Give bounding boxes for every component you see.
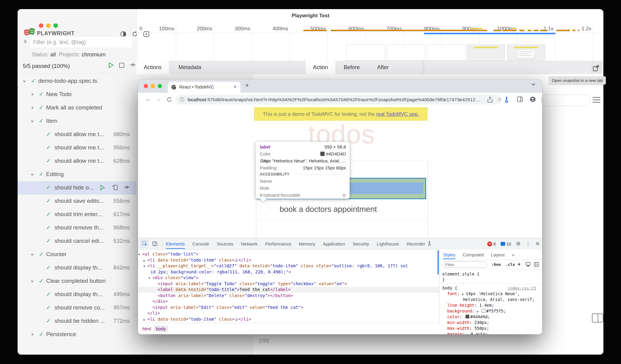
- traffic-light-close[interactable]: [39, 23, 43, 28]
- run-test-icon[interactable]: [99, 184, 106, 192]
- tree-item-should-hide-o-[interactable]: ✓should hide o...: [18, 181, 136, 195]
- film-strip-thumbnail[interactable]: [387, 45, 425, 61]
- tree-item-should-save-edits-[interactable]: ✓should save edits...556ms: [18, 195, 136, 208]
- status-row[interactable]: Status: all Projects: chromium: [32, 52, 106, 58]
- snapshot-menu-icon[interactable]: [592, 97, 600, 104]
- styles-filter-input[interactable]: [442, 261, 487, 268]
- tab-search-chevron-icon[interactable]: [531, 82, 536, 88]
- film-strip-thumbnail[interactable]: [346, 45, 385, 61]
- tree-item-should-remove-co-[interactable]: ✓should remove co...957ms: [18, 301, 136, 315]
- new-style-rule-icon[interactable]: +: [518, 261, 521, 267]
- elements-tree[interactable]: ▼<ul class="todo-list">▶<li data-testid=…: [138, 249, 439, 323]
- css-source-link[interactable]: index.css:23: [508, 285, 536, 291]
- devtools-tab-lighthouse[interactable]: Lighthouse: [377, 239, 399, 249]
- site-info-icon[interactable]: ⓘ: [180, 97, 184, 102]
- tree-item-clear-completed-button[interactable]: ✓Clear completed button: [18, 275, 136, 288]
- tree-chevron-icon[interactable]: [30, 105, 34, 111]
- tab-after[interactable]: After: [368, 61, 398, 74]
- chrome-zoom[interactable]: [158, 84, 162, 88]
- collapsed-children-badge[interactable]: …: [234, 258, 239, 262]
- new-tab-icon[interactable]: +: [245, 82, 249, 89]
- devtools-menu-icon[interactable]: ⋮: [525, 241, 531, 247]
- tree-item-should-display-th-[interactable]: ✓should display th...499ms: [18, 288, 136, 301]
- address-bar[interactable]: ⓘ localhost:57046/trace/snapshot.html?r=…: [176, 95, 502, 105]
- dom-tree-line[interactable]: <button aria-label="Delete" class="destr…: [138, 293, 439, 299]
- filter-input[interactable]: [30, 36, 133, 48]
- toggle-checkbox[interactable]: [260, 204, 270, 215]
- tab-actions[interactable]: Actions: [136, 61, 169, 74]
- tree-item-mark-all-as-completed[interactable]: ✓Mark all as completed: [18, 101, 136, 115]
- tree-chevron-icon[interactable]: [22, 79, 26, 84]
- side-panel-icon[interactable]: [517, 96, 523, 103]
- error-badge[interactable]: ✕6: [487, 242, 496, 246]
- dom-tree-line[interactable]: ▼<div class="view">: [138, 275, 439, 281]
- dom-tree-line[interactable]: </li>: [138, 310, 439, 316]
- tab-action[interactable]: Action: [306, 61, 335, 74]
- tree-item-item[interactable]: ✓Item: [18, 115, 136, 128]
- tree-item-should-allow-me-t-[interactable]: ✓should allow me t...628ms: [18, 155, 136, 168]
- stop-icon[interactable]: [119, 62, 125, 70]
- expand-arrow-icon[interactable]: ▶: [143, 258, 145, 264]
- tree-item-persistence[interactable]: ✓Persistence: [18, 328, 136, 341]
- chrome-menu-icon[interactable]: ⋮: [539, 96, 542, 103]
- tree-chevron-icon[interactable]: [30, 92, 34, 98]
- devtools-tab-console[interactable]: Console: [193, 239, 209, 249]
- tree-chevron-icon[interactable]: [30, 119, 34, 124]
- tab-before[interactable]: Before: [335, 61, 368, 74]
- tab-close-icon[interactable]: ✕: [233, 85, 237, 89]
- pseudo-state-toggle[interactable]: :hov: [492, 262, 501, 267]
- forward-icon[interactable]: →: [156, 96, 161, 102]
- tree-chevron-icon[interactable]: [30, 172, 34, 178]
- share-icon[interactable]: [487, 97, 493, 104]
- tree-item-new-todo[interactable]: ✓New Todo: [18, 88, 136, 101]
- devtools-tab-memory[interactable]: Memory: [299, 239, 315, 249]
- film-strip-thumbnail[interactable]: [507, 45, 545, 61]
- dom-tree-line[interactable]: </div>: [138, 299, 439, 305]
- dom-tree-line[interactable]: ▼<li __playwright_target__="call@27" dat…: [138, 263, 439, 269]
- tree-chevron-icon[interactable]: [30, 279, 34, 284]
- styles-tabs-overflow-icon[interactable]: »: [512, 252, 514, 257]
- dom-tree-line[interactable]: ▶<li data-testid="todo-item" class>…</li…: [138, 257, 439, 263]
- dom-tree-line[interactable]: <label data-testid="todo-title">feed the…: [138, 287, 439, 293]
- tree-item-should-allow-me-t-[interactable]: ✓should allow me t...956ms: [18, 141, 136, 155]
- back-icon[interactable]: ←: [145, 96, 151, 102]
- watch-icon[interactable]: [129, 62, 136, 70]
- devtools-settings-icon[interactable]: ⚙: [516, 241, 521, 247]
- devtools-tab-recorder[interactable]: Recorder: [407, 239, 425, 249]
- collapse-all-icon[interactable]: [23, 39, 27, 45]
- chrome-minimize[interactable]: [151, 84, 155, 88]
- breadcrumb-html[interactable]: html: [142, 326, 152, 332]
- tree-item-should-trim-enter-[interactable]: ✓should trim enter...617ms: [18, 208, 136, 221]
- expand-arrow-icon[interactable]: ▼: [143, 263, 145, 269]
- issues-badge[interactable]: 10: [501, 242, 511, 246]
- expand-arrow-icon[interactable]: ▼: [149, 275, 150, 281]
- watch-test-icon[interactable]: [124, 185, 130, 192]
- tree-item-editing[interactable]: ✓Editing: [18, 168, 136, 181]
- chrome-close[interactable]: [144, 84, 148, 88]
- tree-item-should-remove-th-[interactable]: ✓should remove th...968ms: [18, 221, 136, 235]
- dom-tree-line[interactable]: ▶<li data-testid="todo-item" class>…</li…: [138, 316, 439, 322]
- traffic-light-zoom[interactable]: [53, 23, 58, 28]
- banner-link[interactable]: real TodoMVC app.: [376, 111, 419, 117]
- beaker-extension-icon[interactable]: [504, 96, 509, 104]
- devtools-tab-performance[interactable]: Performance: [265, 239, 291, 249]
- dom-tree-line[interactable]: <input aria-label="Edit" class="edit" va…: [138, 305, 439, 311]
- styles-tab-styles[interactable]: Styles: [443, 250, 455, 259]
- devtools-close-icon[interactable]: ✕: [535, 241, 540, 247]
- collapsed-children-badge[interactable]: …: [234, 317, 239, 321]
- film-strip-thumbnail[interactable]: [427, 45, 465, 61]
- tree-item-should-allow-me-t-[interactable]: ✓should allow me t...680ms: [18, 128, 136, 141]
- traffic-light-minimize[interactable]: [46, 23, 51, 28]
- tree-item-should-display-th-[interactable]: ✓should display th...842ms: [18, 261, 136, 275]
- rendering-icon[interactable]: [525, 262, 531, 268]
- devtools-tab-elements[interactable]: Elements: [166, 239, 185, 249]
- devtools-tab-network[interactable]: Network: [241, 239, 258, 249]
- tree-item-demo-todo-app-spec-ts[interactable]: ✓demo-todo-app.spec.ts: [18, 75, 136, 88]
- devtools-tab-sources[interactable]: Sources: [217, 239, 233, 249]
- expand-arrow-icon[interactable]: ▼: [138, 252, 140, 258]
- dom-tree-line[interactable]: ▼<ul class="todo-list">: [138, 251, 439, 257]
- tree-chevron-icon[interactable]: [30, 252, 34, 258]
- class-toggle[interactable]: .cls: [505, 262, 515, 267]
- tree-item-should-be-hidden-[interactable]: ✓should be hidden ...772ms: [18, 315, 136, 328]
- tree-item-should-cancel-edi-[interactable]: ✓should cancel edi...532ms: [18, 235, 136, 248]
